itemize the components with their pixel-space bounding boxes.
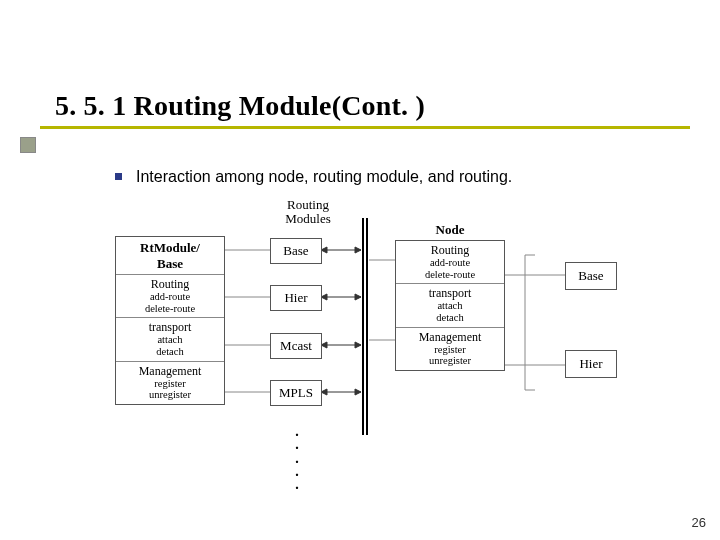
left-row-1-title: transport: [149, 320, 192, 334]
bullet-line: Interaction among node, routing module, …: [115, 168, 512, 186]
right-box-base: Base: [565, 262, 617, 290]
left-stack-header: RtModule/ Base: [116, 237, 224, 274]
bullet-icon: [115, 173, 122, 180]
label-routing-modules: Routing Modules: [273, 198, 343, 225]
left-stack: RtModule/ Base Routing add-route delete-…: [115, 236, 225, 405]
left-row-0-title: Routing: [151, 277, 190, 291]
left-row-1-sub-1: detach: [118, 346, 222, 358]
right-row-2-title: Management: [419, 330, 482, 344]
left-row-0-sub-1: delete-route: [118, 303, 222, 315]
ellipsis-dots: . . . . .: [292, 425, 302, 491]
right-row-management: Management register unregister: [396, 327, 504, 370]
slide-title: 5. 5. 1 Routing Module(Cont. ): [55, 90, 425, 121]
slide-title-wrap: 5. 5. 1 Routing Module(Cont. ): [55, 90, 425, 122]
right-row-transport: transport attach detach: [396, 283, 504, 326]
left-row-1-sub-0: attach: [118, 334, 222, 346]
mid-box-mpls: MPLS: [270, 380, 322, 406]
diagram: Routing Modules Node RtModule/ Base Rout…: [95, 200, 630, 510]
left-row-2-sub-1: unregister: [118, 389, 222, 401]
title-decor-square: [20, 137, 36, 153]
right-box-hier: Hier: [565, 350, 617, 378]
page-number: 26: [692, 515, 706, 530]
right-row-0-sub-0: add-route: [398, 257, 502, 269]
svg-marker-7: [355, 294, 361, 300]
mid-box-hier: Hier: [270, 285, 322, 311]
mid-box-mcast: Mcast: [270, 333, 322, 359]
right-row-0-title: Routing: [431, 243, 470, 257]
left-row-transport: transport attach detach: [116, 317, 224, 360]
left-row-routing: Routing add-route delete-route: [116, 274, 224, 317]
right-row-1-sub-0: attach: [398, 300, 502, 312]
right-row-1-sub-1: detach: [398, 312, 502, 324]
right-row-2-sub-1: unregister: [398, 355, 502, 367]
right-row-2-sub-0: register: [398, 344, 502, 356]
right-row-0-sub-1: delete-route: [398, 269, 502, 281]
left-row-2-sub-0: register: [118, 378, 222, 390]
svg-marker-13: [355, 389, 361, 395]
label-node: Node: [425, 222, 475, 238]
left-row-management: Management register unregister: [116, 361, 224, 404]
title-underline: [40, 126, 690, 129]
right-row-routing: Routing add-route delete-route: [396, 241, 504, 283]
right-stack: Routing add-route delete-route transport…: [395, 240, 505, 371]
right-row-1-title: transport: [429, 286, 472, 300]
left-row-2-title: Management: [139, 364, 202, 378]
mid-box-base: Base: [270, 238, 322, 264]
bullet-text: Interaction among node, routing module, …: [136, 168, 512, 185]
svg-marker-10: [355, 342, 361, 348]
svg-marker-4: [355, 247, 361, 253]
left-row-0-sub-0: add-route: [118, 291, 222, 303]
